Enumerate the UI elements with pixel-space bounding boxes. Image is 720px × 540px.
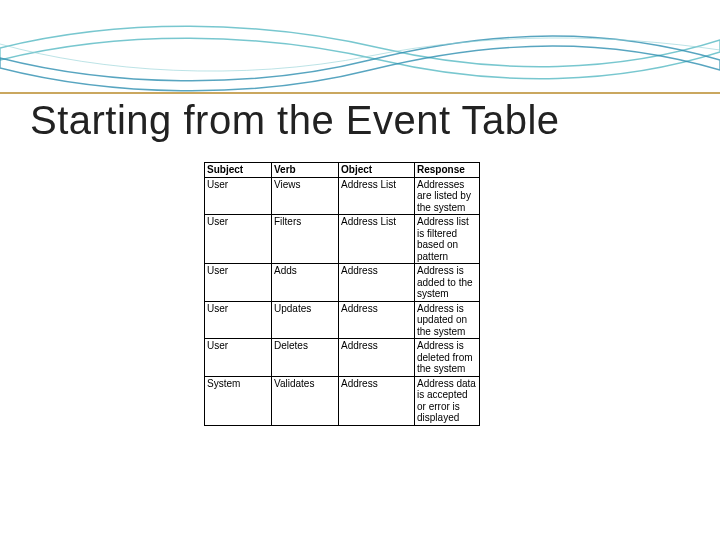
table-row: User Views Address List Addresses are li… xyxy=(205,177,480,215)
table-header-row: Subject Verb Object Response xyxy=(205,163,480,178)
cell-verb: Views xyxy=(272,177,339,215)
decorative-wave xyxy=(0,0,720,95)
cell-verb: Validates xyxy=(272,376,339,425)
cell-subject: User xyxy=(205,264,272,302)
cell-object: Address xyxy=(339,301,415,339)
table-row: User Deletes Address Address is deleted … xyxy=(205,339,480,377)
col-header-subject: Subject xyxy=(205,163,272,178)
cell-object: Address xyxy=(339,264,415,302)
cell-subject: User xyxy=(205,215,272,264)
cell-subject: User xyxy=(205,339,272,377)
cell-subject: User xyxy=(205,177,272,215)
cell-verb: Filters xyxy=(272,215,339,264)
cell-object: Address List xyxy=(339,215,415,264)
cell-object: Address List xyxy=(339,177,415,215)
cell-verb: Adds xyxy=(272,264,339,302)
wave-icon xyxy=(0,0,720,95)
page-title: Starting from the Event Table xyxy=(30,98,560,143)
col-header-response: Response xyxy=(415,163,480,178)
cell-response: Address list is filtered based on patter… xyxy=(415,215,480,264)
col-header-object: Object xyxy=(339,163,415,178)
table-row: System Validates Address Address data is… xyxy=(205,376,480,425)
cell-subject: User xyxy=(205,301,272,339)
cell-response: Address is updated on the system xyxy=(415,301,480,339)
cell-object: Address xyxy=(339,339,415,377)
table-row: User Updates Address Address is updated … xyxy=(205,301,480,339)
event-table: Subject Verb Object Response User Views … xyxy=(204,162,480,426)
table-row: User Adds Address Address is added to th… xyxy=(205,264,480,302)
cell-object: Address xyxy=(339,376,415,425)
cell-subject: System xyxy=(205,376,272,425)
cell-response: Addresses are listed by the system xyxy=(415,177,480,215)
col-header-verb: Verb xyxy=(272,163,339,178)
table-row: User Filters Address List Address list i… xyxy=(205,215,480,264)
cell-response: Address data is accepted or error is dis… xyxy=(415,376,480,425)
cell-response: Address is added to the system xyxy=(415,264,480,302)
cell-verb: Deletes xyxy=(272,339,339,377)
cell-verb: Updates xyxy=(272,301,339,339)
cell-response: Address is deleted from the system xyxy=(415,339,480,377)
